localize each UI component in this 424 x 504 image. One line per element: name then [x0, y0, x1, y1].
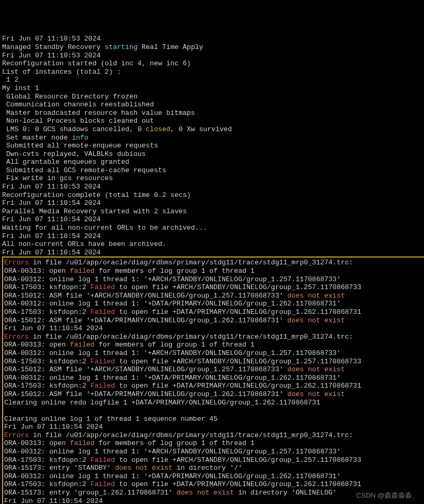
terminal-output: Fri Jun 07 11:10:53 2024 Managed Standby…	[2, 35, 424, 256]
error-highlight-box: Errors in file /u01/app/oracle/diag/rdbm…	[2, 256, 424, 504]
csdn-watermark: CSDN @森森淼淼、	[356, 491, 419, 500]
